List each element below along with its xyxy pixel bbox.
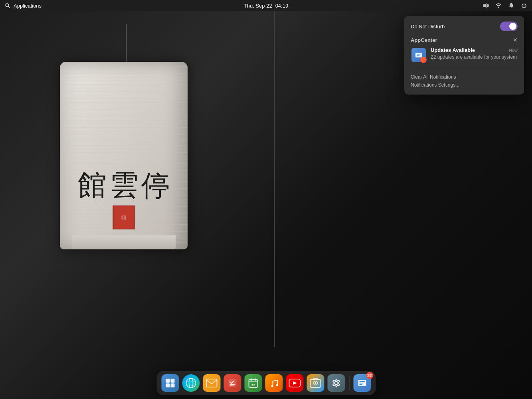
- svg-point-13: [189, 378, 193, 388]
- notification-item[interactable]: Updates Available Now 22 updates are ava…: [411, 47, 518, 68]
- notification-body: 22 updates are available for your system: [431, 54, 518, 61]
- notification-time: Now: [509, 48, 518, 53]
- lantern-bottom: [72, 235, 176, 249]
- vertical-pole: [274, 0, 275, 347]
- svg-point-32: [334, 381, 338, 385]
- svg-rect-9: [170, 379, 174, 383]
- power-icon[interactable]: [521, 2, 527, 9]
- svg-point-4: [511, 3, 512, 4]
- multitasking-svg: [165, 378, 175, 388]
- svg-point-31: [314, 382, 316, 384]
- tasks-svg: [227, 378, 237, 388]
- search-icon[interactable]: [5, 3, 10, 8]
- browser-svg: [185, 377, 197, 389]
- svg-point-26: [276, 384, 278, 386]
- music-svg: [269, 378, 279, 388]
- notifications-settings-link[interactable]: Notifications Settings...: [411, 81, 518, 89]
- svg-rect-7: [417, 55, 419, 56]
- appcenter-clear-icon[interactable]: ✕: [513, 37, 518, 43]
- calendar-svg: 22: [247, 377, 259, 389]
- svg-rect-10: [166, 383, 170, 387]
- dock-item-browser[interactable]: [181, 373, 200, 393]
- notification-title: Updates Available: [431, 47, 475, 53]
- youtube-svg: [289, 379, 301, 387]
- do-not-disturb-row: Do Not Disturb: [411, 22, 518, 31]
- settings-icon: [327, 374, 345, 392]
- date-display: Thu, Sep 22: [244, 3, 272, 9]
- appcenter-update-badge: [420, 57, 427, 63]
- do-not-disturb-label: Do Not Disturb: [411, 24, 445, 30]
- dock-item-multitasking[interactable]: [160, 373, 180, 393]
- svg-rect-35: [359, 383, 363, 383]
- dock-item-appcenter[interactable]: 22: [352, 373, 372, 393]
- clear-all-notifications-link[interactable]: Clear All Notifications: [411, 73, 518, 81]
- svg-point-25: [271, 385, 273, 387]
- settings-svg: [330, 377, 342, 389]
- dock-item-youtube[interactable]: [285, 373, 304, 393]
- appcenter-dock-badge: 22: [366, 372, 373, 379]
- music-icon: [265, 374, 283, 392]
- lantern-decoration: 停雲館 龜: [52, 24, 200, 263]
- appcenter-section-title: AppCenter: [411, 37, 437, 43]
- desktop: 停雲館 龜 Applications Thu, Sep 22 04:19: [0, 0, 532, 399]
- lantern-seal: 龜: [113, 205, 135, 229]
- appcenter-icon-bg: [411, 48, 426, 62]
- notification-bell-icon[interactable]: [508, 2, 514, 9]
- notification-title-row: Updates Available Now: [431, 47, 518, 53]
- menubar-right: [483, 2, 527, 9]
- notification-panel: Do Not Disturb AppCenter ✕: [404, 16, 524, 95]
- browser-icon: [182, 374, 200, 392]
- notification-content: Updates Available Now 22 updates are ava…: [431, 47, 518, 61]
- svg-marker-28: [293, 381, 297, 385]
- appcenter-section-header: AppCenter ✕: [411, 37, 518, 43]
- applications-label[interactable]: Applications: [14, 3, 42, 9]
- mail-icon: [203, 374, 220, 392]
- svg-rect-11: [170, 383, 174, 387]
- dock-item-tasks[interactable]: [223, 373, 242, 393]
- appcenter-dock-svg: [356, 377, 368, 389]
- dock-item-calendar[interactable]: 22: [243, 373, 263, 393]
- photos-svg: [310, 378, 321, 388]
- svg-rect-8: [166, 379, 170, 383]
- dock-item-settings[interactable]: [326, 373, 346, 393]
- svg-rect-6: [417, 54, 421, 55]
- photos-icon: [307, 374, 324, 392]
- svg-rect-16: [206, 379, 217, 387]
- youtube-icon: [286, 374, 303, 392]
- dock-separator: [349, 376, 349, 390]
- volume-icon[interactable]: [483, 2, 489, 9]
- taskbar-dock: 22: [156, 371, 376, 395]
- lantern-string: [126, 24, 127, 64]
- dock-item-photos[interactable]: [306, 373, 325, 393]
- svg-rect-36: [359, 384, 362, 385]
- lantern-body: 停雲館 龜: [60, 62, 188, 249]
- menubar-center: Thu, Sep 22 04:19: [244, 3, 288, 9]
- svg-marker-2: [483, 3, 487, 8]
- notification-footer: Clear All Notifications Notifications Se…: [411, 73, 518, 89]
- dock-item-mail[interactable]: [202, 373, 221, 393]
- time-display: 04:19: [275, 3, 289, 9]
- multitasking-icon: [161, 374, 179, 392]
- appcenter-badge-img: [421, 57, 426, 63]
- airplay-icon[interactable]: [495, 2, 502, 9]
- dock-item-music[interactable]: [264, 373, 283, 393]
- toggle-knob: [509, 23, 516, 30]
- svg-line-1: [8, 6, 10, 8]
- tasks-icon: [223, 374, 241, 392]
- svg-point-12: [186, 378, 196, 388]
- lantern-text: 停雲館: [60, 74, 188, 224]
- svg-text:22: 22: [251, 383, 255, 387]
- menubar: Applications Thu, Sep 22 04:19: [0, 0, 532, 11]
- menubar-left: Applications: [5, 3, 42, 9]
- calendar-icon: 22: [244, 374, 262, 392]
- svg-point-3: [498, 7, 499, 8]
- appcenter-app-icon: [411, 47, 427, 63]
- do-not-disturb-toggle[interactable]: [500, 22, 518, 31]
- mail-svg: [206, 379, 217, 387]
- svg-rect-34: [359, 381, 365, 382]
